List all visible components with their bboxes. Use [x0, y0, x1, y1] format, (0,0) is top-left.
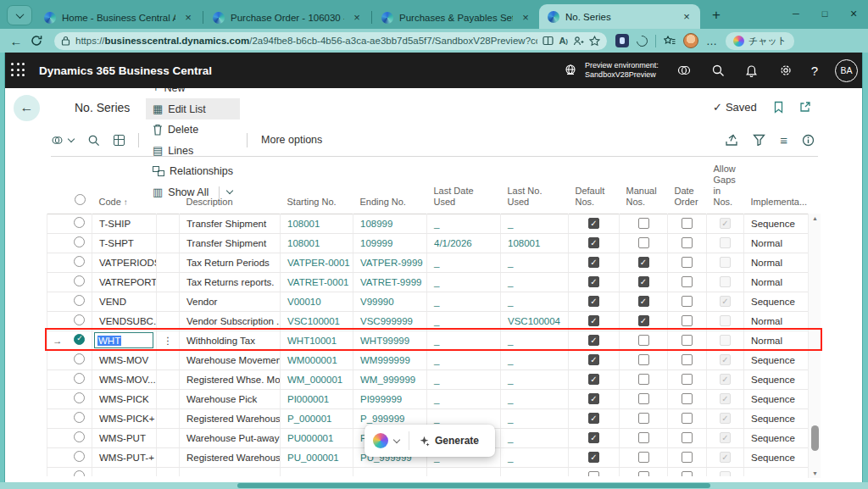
row-select-radio[interactable] [74, 295, 85, 306]
last-no-used-cell[interactable]: _ [501, 447, 569, 467]
user-avatar[interactable]: BA [835, 59, 858, 82]
checkbox[interactable]: ✓ [588, 276, 599, 287]
ending-no-cell[interactable] [353, 467, 427, 476]
checkbox[interactable] [720, 237, 731, 248]
row-select-cell[interactable] [68, 428, 92, 447]
row-select-cell[interactable] [68, 467, 92, 476]
share-icon[interactable] [725, 134, 738, 147]
last-no-used-cell[interactable]: _ [501, 292, 569, 311]
row-select-cell[interactable] [68, 214, 92, 233]
checkbox[interactable] [682, 452, 693, 463]
starting-no-cell[interactable]: V00010 [281, 292, 353, 311]
minimize-button[interactable]: ─ [782, 0, 810, 29]
description-cell[interactable]: Transfer Shipment [180, 233, 281, 253]
column-header-manual-nos[interactable]: Manual Nos. [620, 161, 668, 214]
implementation-cell[interactable]: Sequence [744, 408, 810, 428]
code-cell[interactable]: WMS-PICK [92, 389, 157, 408]
open-in-new-window-icon[interactable] [799, 101, 811, 113]
date-order-cell[interactable] [668, 408, 707, 428]
implementation-cell[interactable]: Sequence [744, 428, 810, 447]
default-nos-cell[interactable]: ✓ [569, 214, 620, 233]
row-select-radio[interactable] [74, 392, 85, 403]
date-order-cell[interactable] [668, 428, 707, 447]
checkbox[interactable]: ✓ [588, 432, 599, 443]
tab-close-icon[interactable]: × [350, 11, 364, 25]
lock-icon[interactable] [61, 36, 70, 46]
row-select-radio[interactable] [74, 431, 85, 442]
checkbox[interactable] [638, 354, 649, 365]
chevron-down-icon[interactable] [393, 436, 400, 442]
back-icon[interactable]: ← [7, 34, 25, 48]
address-bar[interactable]: https://businesscentral.dynamics.com/2a9… [54, 32, 607, 50]
last-date-used-cell[interactable]: _ [427, 370, 501, 389]
code-cell[interactable]: T-SHPT [92, 233, 157, 253]
more-options-button[interactable]: More options [254, 130, 329, 150]
row-select-radio[interactable] [74, 353, 85, 364]
checkbox[interactable] [720, 276, 731, 287]
implementation-cell[interactable]: Normal [744, 253, 810, 272]
checkbox[interactable] [638, 452, 649, 463]
last-date-used-cell[interactable]: _ [427, 389, 501, 408]
column-header-last-date-used[interactable]: Last Date Used [427, 161, 501, 214]
default-nos-cell[interactable]: ✓ [569, 370, 620, 389]
notifications-bell-icon[interactable] [743, 64, 760, 77]
checkbox[interactable]: ✓ [588, 296, 599, 307]
refresh-icon[interactable] [31, 35, 49, 47]
horizontal-scrollbar-thumb[interactable] [237, 483, 710, 488]
date-order-cell[interactable] [668, 467, 707, 476]
row-select-radio[interactable] [74, 412, 85, 423]
starting-no-cell[interactable]: 108001 [281, 233, 353, 253]
date-order-cell[interactable] [668, 370, 707, 389]
checkbox[interactable] [638, 218, 649, 229]
search-list-button[interactable] [81, 130, 107, 151]
column-header-starting-no[interactable]: Starting No. [281, 161, 353, 214]
column-header-date-order[interactable]: Date Order [668, 161, 707, 214]
starting-no-cell[interactable]: PU000001 [281, 428, 353, 447]
favorites-bar-icon[interactable] [664, 36, 676, 47]
table-row[interactable]: VENDVendorV00010V99990__✓✓✓Sequence [47, 292, 810, 311]
date-order-cell[interactable] [668, 214, 707, 233]
checkbox[interactable] [682, 471, 693, 476]
checkbox[interactable] [682, 257, 693, 268]
last-date-used-cell[interactable] [427, 467, 501, 476]
description-cell[interactable]: Registered Warehous... [180, 447, 281, 467]
scroll-down-icon[interactable]: ▼ [809, 470, 821, 476]
favorite-star-icon[interactable] [589, 36, 600, 47]
manual-nos-cell[interactable] [620, 233, 668, 253]
ending-no-cell[interactable]: PI999999 [353, 389, 427, 408]
default-nos-cell[interactable]: ✓ [569, 408, 620, 428]
code-cell[interactable] [92, 467, 157, 476]
starting-no-cell[interactable]: WM000001 [281, 350, 353, 370]
implementation-cell[interactable]: Sequence [744, 447, 810, 467]
checkbox[interactable] [720, 315, 731, 326]
row-select-cell[interactable] [68, 233, 92, 253]
last-no-used-cell[interactable]: _ [501, 272, 569, 292]
checkbox[interactable]: ✓ [720, 374, 731, 385]
row-select-radio[interactable] [74, 236, 85, 247]
column-header-implementation[interactable]: Implementa... [744, 161, 810, 214]
implementation-cell[interactable]: Sequence [744, 350, 810, 370]
starting-no-cell[interactable] [281, 467, 353, 476]
last-no-used-cell[interactable]: 108001 [501, 233, 569, 253]
checkbox[interactable] [682, 432, 693, 443]
new-tab-button[interactable]: + [705, 4, 727, 26]
implementation-cell[interactable]: Sequence [744, 214, 810, 233]
manual-nos-cell[interactable] [620, 428, 668, 447]
extension-icon[interactable] [615, 34, 629, 47]
row-select-radio[interactable] [74, 256, 85, 267]
checkbox[interactable] [682, 315, 693, 326]
ending-no-cell[interactable]: 109999 [353, 233, 427, 253]
description-cell[interactable]: Registered Warehous... [180, 408, 281, 428]
manual-nos-cell[interactable]: ✓ [620, 272, 668, 292]
manual-nos-cell[interactable] [620, 370, 668, 389]
environment-indicator[interactable]: Preview environment:SandboxV28Preview [562, 61, 659, 80]
starting-no-cell[interactable]: WM_000001 [281, 370, 353, 389]
checkbox[interactable]: ✓ [588, 374, 599, 385]
maximize-button[interactable]: □ [810, 0, 839, 29]
checkbox[interactable] [682, 218, 693, 229]
last-date-used-cell[interactable]: _ [427, 253, 501, 272]
ending-no-cell[interactable]: V99990 [353, 292, 427, 311]
checkbox[interactable]: ✓ [588, 257, 599, 268]
bookmark-icon[interactable] [773, 101, 784, 114]
manual-nos-cell[interactable] [620, 408, 668, 428]
